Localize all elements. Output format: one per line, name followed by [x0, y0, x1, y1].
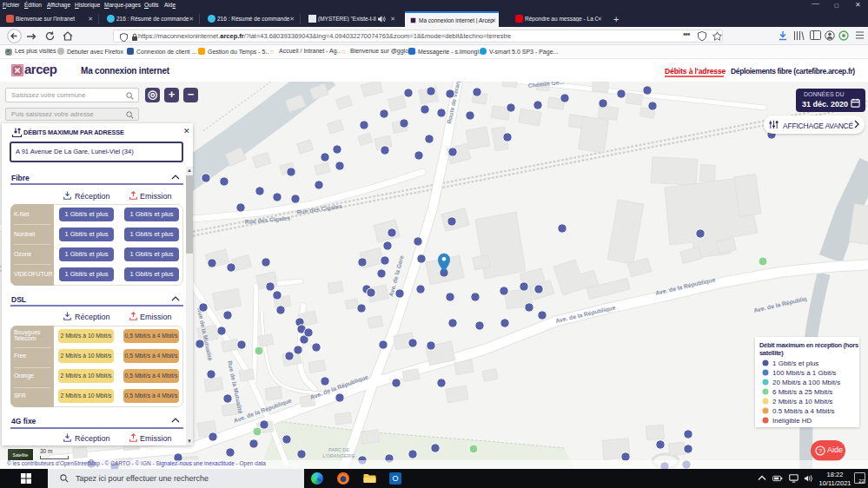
svg-text:Inéligible HD: Inéligible HD: [772, 417, 812, 425]
svg-text:L'ORANGERIE: L'ORANGERIE: [322, 453, 354, 458]
svg-text:20 Mbit/s à 100 Mbit/s: 20 Mbit/s à 100 Mbit/s: [772, 379, 840, 386]
svg-text:0.5 Mbit/s à 4 Mbit/s: 0.5 Mbit/s à 4 Mbit/s: [772, 407, 835, 415]
svg-text:PARC DE: PARC DE: [328, 447, 349, 452]
svg-text:2 Mbit/s à 10 Mbit/s: 2 Mbit/s à 10 Mbit/s: [772, 398, 832, 406]
svg-text:100 Mbit/s à 1 Gbit/s: 100 Mbit/s à 1 Gbit/s: [772, 369, 836, 377]
svg-text:6 Mbit/s à 25 Mbit/s: 6 Mbit/s à 25 Mbit/s: [772, 388, 832, 396]
svg-text:1 Gbit/s et plus: 1 Gbit/s et plus: [772, 359, 818, 367]
svg-text:?: ?: [818, 447, 822, 455]
